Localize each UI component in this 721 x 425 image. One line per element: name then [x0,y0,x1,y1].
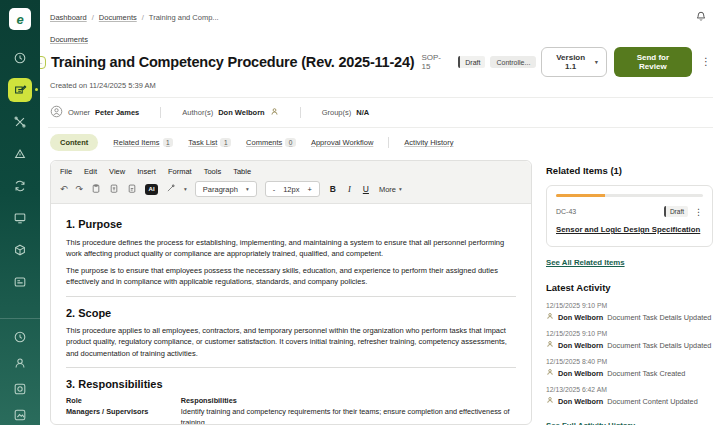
user-avatar-icon [546,340,554,350]
meta-separator [300,107,301,118]
activity-user: Don Welborn [558,397,603,406]
breadcrumb: Dashboard / Documents / Training and Com… [48,0,713,24]
tab-content[interactable]: Content [50,134,98,151]
breadcrumb-documents[interactable]: Documents [99,13,137,22]
paste-format-icon[interactable] [127,183,137,196]
meta-separator [160,107,161,118]
table-cell-responsibility: Identify training and competency require… [181,407,516,424]
alerts-icon[interactable] [8,142,32,166]
tab-approval-workflow[interactable]: Approval Workflow [311,138,373,147]
history-icon[interactable] [8,46,32,70]
wand-chevron-icon[interactable]: ▾ [184,186,187,192]
sync-icon[interactable] [8,174,32,198]
header-kebab-menu[interactable]: ⋮ [699,57,713,67]
right-panel: Related Items (1) DC-43 Draft ⋮ Sensor a… [546,160,713,425]
purpose-paragraph-2: The purpose is to ensure that employees … [66,265,516,288]
version-label: Version 1.1 [550,53,591,71]
tab-comments-badge: 0 [285,138,296,147]
app-logo[interactable]: e [9,8,31,30]
documents-icon[interactable] [8,78,32,102]
related-card-kebab-menu[interactable]: ⋮ [694,207,703,217]
activity-entry: 12/15/2025 9:10 PM Don Welborn Document … [546,330,713,350]
document-editor: File Edit View Insert Format Tools Table… [50,160,532,425]
groups-label: Group(s) [322,108,352,117]
workstation-icon[interactable] [8,206,32,230]
underline-button[interactable]: U [361,184,371,194]
tab-related-items[interactable]: Related Items 1 [113,138,173,147]
cards-icon[interactable] [8,270,32,294]
breadcrumb-dashboard[interactable]: Dashboard [50,13,87,22]
italic-button[interactable]: I [346,184,353,194]
menu-insert[interactable]: Insert [137,167,156,176]
paste-icon[interactable] [91,183,101,196]
meta-row: Owner Peter James Author(s) Don Welborn … [48,98,713,127]
activity-line: Don Welborn Document Content Updated [546,396,713,406]
menu-file[interactable]: File [60,167,72,176]
records-icon[interactable] [8,379,32,399]
table-row: Managers / Supervisors Identify training… [66,407,516,424]
menu-table[interactable]: Table [233,167,251,176]
activity-entry: 12/15/2025 9:10 PM Don Welborn Document … [546,302,713,322]
paste-text-icon[interactable] [109,183,119,196]
status-badge: Draft [458,56,485,68]
back-button[interactable]: ← [40,56,46,69]
section-heading-responsibilities: 3. Responsibilities [66,376,516,393]
owner-avatar-icon [50,105,63,120]
tab-comments[interactable]: Comments 0 [246,138,296,147]
menu-edit[interactable]: Edit [84,167,97,176]
bold-button[interactable]: B [328,184,338,194]
activity-action: Document Task Details Updated [607,341,711,350]
font-size-increase[interactable]: + [307,185,311,194]
groups-value: N/A [356,108,369,117]
tab-task-list-badge: 1 [220,138,231,147]
related-item-card[interactable]: DC-43 Draft ⋮ Sensor and Logic Design Sp… [546,185,713,247]
see-full-activity-history-link[interactable]: See Full Activity History [546,421,635,425]
related-item-title-link[interactable]: Sensor and Logic Design Specification [556,225,700,234]
document-body[interactable]: 1. Purpose This procedure defines the pr… [51,204,531,424]
font-size-decrease[interactable]: - [273,185,276,194]
activity-action: Document Content Updated [607,397,697,406]
tab-task-list[interactable]: Task List 1 [188,138,231,147]
magic-wand-icon[interactable] [166,183,176,195]
font-size-stepper[interactable]: - 12px + [265,181,320,197]
activity-timestamp: 12/15/2025 9:10 PM [546,302,713,309]
users-icon[interactable] [8,353,32,373]
clock-icon[interactable] [8,327,32,347]
tab-comments-label: Comments [246,138,282,147]
left-sidebar: e [0,0,40,425]
related-items-heading: Related Items (1) [546,165,713,176]
ai-button[interactable]: AI [145,184,158,195]
notification-bell-icon[interactable] [695,10,707,24]
breadcrumb-separator: / [142,13,144,22]
active-indicator-dot [35,88,38,91]
owner-label: Owner [68,108,90,117]
see-all-related-items-link[interactable]: See All Related Items [546,258,625,267]
send-for-review-button[interactable]: Send for Review [614,47,692,77]
authors-label: Author(s) [182,108,213,117]
version-dropdown[interactable]: Version 1.1 ▾ [541,47,606,77]
breadcrumb-separator: / [92,13,94,22]
media-icon[interactable] [8,405,32,425]
activity-timestamp: 12/15/2025 9:10 PM [546,330,713,337]
chevron-down-icon: ▾ [246,186,249,192]
section-heading-scope: 2. Scope [66,305,516,322]
section-heading-purpose: 1. Purpose [66,216,516,233]
activity-timestamp: 12/15/2025 8:40 PM [546,358,713,365]
documents-section-link[interactable]: Documents [50,35,88,44]
related-item-status-badge: Draft [664,206,688,217]
section-divider [66,367,516,368]
tools-icon[interactable] [8,110,32,134]
progress-bar-fill [556,194,605,197]
undo-icon[interactable]: ↶ [60,184,68,194]
paragraph-style-select[interactable]: Paragraph ▾ [195,181,257,197]
menu-tools[interactable]: Tools [204,167,222,176]
menu-view[interactable]: View [109,167,125,176]
paragraph-style-value: Paragraph [203,185,238,194]
redo-icon[interactable]: ↷ [76,184,84,194]
user-avatar-icon [546,396,554,406]
products-icon[interactable] [8,238,32,262]
breadcrumb-current: Training and Comp... [149,13,219,22]
menu-format[interactable]: Format [168,167,192,176]
more-button[interactable]: More ▾ [379,185,402,194]
tab-activity-history[interactable]: Activity History [404,138,453,147]
